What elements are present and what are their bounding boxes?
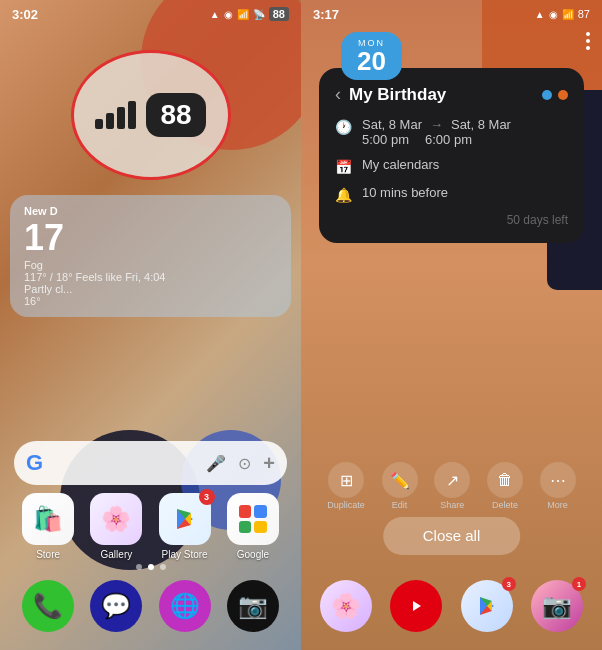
event-date-start: Sat, 8 Mar	[362, 117, 422, 132]
google-app-label: Google	[237, 549, 269, 560]
playstore-dock-right[interactable]: 3	[461, 580, 513, 632]
messages-dock-icon[interactable]: 💬	[90, 580, 142, 632]
share-icon[interactable]: ↗	[434, 462, 470, 498]
event-calendar-row: 📅 My calendars	[335, 157, 568, 175]
weather-temperature: 17	[24, 217, 277, 259]
add-icon[interactable]: +	[263, 452, 275, 475]
delete-label: Delete	[492, 500, 518, 510]
app-item-google[interactable]: Google	[227, 493, 279, 560]
weather-details: 117° / 18° Feels like Fri, 4:04	[24, 271, 277, 283]
alert-icon-right: ▲	[535, 9, 545, 20]
signal-bars-icon	[95, 101, 136, 129]
weather-description: Fog	[24, 259, 277, 271]
app-row: 🛍️ Store 🌸 Gallery 3 Play Store	[14, 493, 287, 560]
lens-icon[interactable]: ⊙	[238, 454, 251, 473]
store-app-label: Store	[36, 549, 60, 560]
phone-dock-icon[interactable]: 📞	[22, 580, 74, 632]
gallery-app-icon[interactable]: 🌸	[90, 493, 142, 545]
action-more[interactable]: ⋯ More	[540, 462, 576, 510]
status-icons-left: ▲ ◉ 📶 📡 88	[210, 7, 289, 21]
wifi-icon-left: 📡	[253, 9, 265, 20]
close-all-button[interactable]: Close all	[383, 517, 521, 555]
signal-content: 88	[95, 93, 205, 137]
mic-icon[interactable]: 🎤	[206, 454, 226, 473]
playstore-app-label: Play Store	[162, 549, 208, 560]
signal-icon-right: 📶	[562, 9, 574, 20]
duplicate-icon[interactable]: ⊞	[328, 462, 364, 498]
event-dot-blue	[542, 90, 552, 100]
bar-4	[128, 101, 136, 129]
google-g-logo: G	[26, 450, 43, 476]
event-calendar-name: My calendars	[362, 157, 439, 172]
calendar-badge[interactable]: MON 20	[341, 32, 402, 80]
event-date-content: Sat, 8 Mar → Sat, 8 Mar 5:00 pm 6:00 pm	[362, 117, 568, 147]
bottom-action-bar: ⊞ Duplicate ✏️ Edit ↗ Share 🗑 Delete ⋯ M…	[319, 462, 584, 510]
duplicate-label: Duplicate	[327, 500, 365, 510]
signal-highlight-circle: 88	[71, 50, 231, 180]
event-days-left: 50 days left	[335, 213, 568, 227]
action-duplicate[interactable]: ⊞ Duplicate	[327, 462, 365, 510]
left-panel: 3:02 ▲ ◉ 📶 📡 88 88 New D 17 Fog 117° / 1…	[0, 0, 301, 650]
weather-widget[interactable]: New D 17 Fog 117° / 18° Feels like Fri, …	[10, 195, 291, 317]
bar-1	[95, 119, 103, 129]
instagram-dock-badge: 1	[572, 577, 586, 591]
status-time-right: 3:17	[313, 7, 339, 22]
gallery-dock-right[interactable]: 🌸	[320, 580, 372, 632]
playstore-dock-badge: 3	[502, 577, 516, 591]
bottom-dock-left: 📞 💬 🌐 📷	[14, 580, 287, 632]
app-item-playstore[interactable]: 3 Play Store	[159, 493, 211, 560]
battery-right: 87	[578, 8, 590, 20]
youtube-dock-right[interactable]	[390, 580, 442, 632]
android-icon: ◉	[224, 9, 233, 20]
three-dot-3	[586, 46, 590, 50]
signal-icon-left: 📶	[237, 9, 249, 20]
google-grid-icon	[239, 505, 267, 533]
browser-dock-icon[interactable]: 🌐	[159, 580, 211, 632]
delete-icon[interactable]: 🗑	[487, 462, 523, 498]
clock-icon: 🕐	[335, 119, 352, 135]
event-date-end: Sat, 8 Mar	[451, 117, 511, 132]
search-bar[interactable]: G 🎤 ⊙ +	[14, 441, 287, 485]
app-item-gallery[interactable]: 🌸 Gallery	[90, 493, 142, 560]
three-dot-menu[interactable]	[586, 32, 590, 50]
event-date-row: 🕐 Sat, 8 Mar → Sat, 8 Mar 5:00 pm 6:00 p…	[335, 117, 568, 147]
status-time-left: 3:02	[12, 7, 38, 22]
alert-icon: ▲	[210, 9, 220, 20]
android-icon-right: ◉	[549, 9, 558, 20]
page-dot-1	[136, 564, 142, 570]
event-header: ‹ My Birthday	[335, 84, 568, 105]
action-delete[interactable]: 🗑 Delete	[487, 462, 523, 510]
bottom-dock-right: 🌸 3 📷 1	[311, 580, 592, 632]
page-dot-2	[148, 564, 154, 570]
event-time-range: 5:00 pm 6:00 pm	[362, 132, 568, 147]
bar-3	[117, 107, 125, 129]
calendar-date-number: 20	[357, 48, 386, 74]
close-all-text: Close all	[423, 527, 481, 544]
three-dot-1	[586, 32, 590, 36]
bell-icon: 🔔	[335, 187, 352, 203]
page-dot-3	[160, 564, 166, 570]
edit-label: Edit	[392, 500, 408, 510]
action-share[interactable]: ↗ Share	[434, 462, 470, 510]
event-dot-orange	[558, 90, 568, 100]
status-bar-left: 3:02 ▲ ◉ 📶 📡 88	[0, 0, 301, 28]
search-right-icons: 🎤 ⊙ +	[206, 452, 275, 475]
camera-dock-icon[interactable]: 📷	[227, 580, 279, 632]
google-app-icon[interactable]	[227, 493, 279, 545]
more-icon[interactable]: ⋯	[540, 462, 576, 498]
store-app-icon[interactable]: 🛍️	[22, 493, 74, 545]
instagram-dock-right[interactable]: 📷 1	[531, 580, 583, 632]
weather-temp2: 16°	[24, 295, 277, 307]
action-edit[interactable]: ✏️ Edit	[382, 462, 418, 510]
app-item-store[interactable]: 🛍️ Store	[22, 493, 74, 560]
svg-marker-4	[413, 601, 421, 611]
event-popup[interactable]: ‹ My Birthday 🕐 Sat, 8 Mar → Sat, 8 Mar …	[319, 68, 584, 243]
gallery-app-label: Gallery	[101, 549, 133, 560]
three-dot-2	[586, 39, 590, 43]
playstore-app-icon[interactable]: 3	[159, 493, 211, 545]
edit-icon[interactable]: ✏️	[382, 462, 418, 498]
right-panel: 3:17 ▲ ◉ 📶 87 MON 20 Gala ‹ My Birthday …	[301, 0, 602, 650]
arrow-icon: →	[430, 117, 443, 132]
back-icon[interactable]: ‹	[335, 84, 341, 105]
status-bar-right: 3:17 ▲ ◉ 📶 87	[301, 0, 602, 28]
